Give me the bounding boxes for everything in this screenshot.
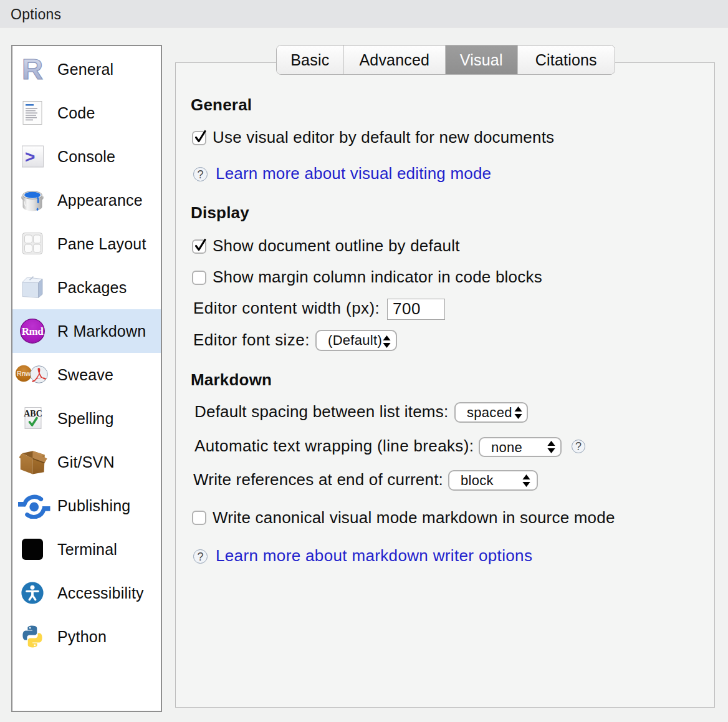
svg-text:>: >: [25, 147, 35, 166]
svg-text:Rnw: Rnw: [17, 370, 31, 377]
svg-text:R: R: [22, 57, 43, 82]
svg-text:ABC: ABC: [24, 409, 42, 418]
svg-text:Rmd: Rmd: [22, 325, 44, 337]
